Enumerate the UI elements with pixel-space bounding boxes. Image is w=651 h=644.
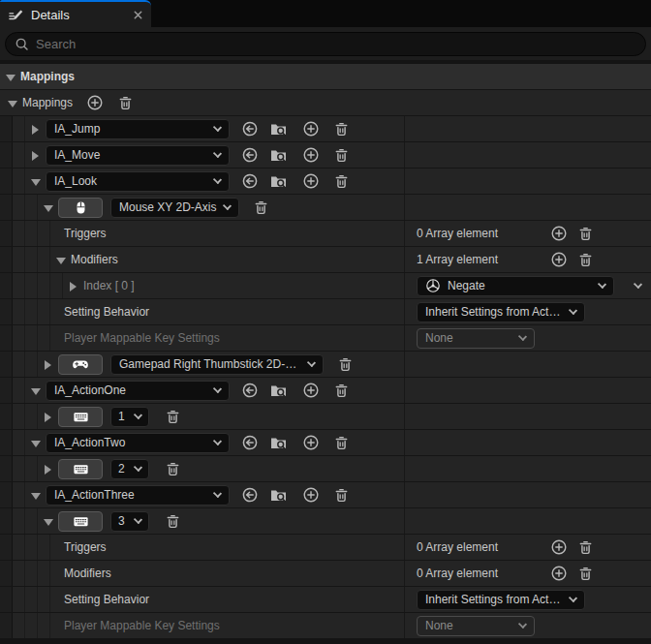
action-asset-dropdown[interactable]: IA_ActionThree [46,485,230,506]
chevron-down-icon [134,410,142,418]
dropdown-value: IA_ActionTwo [54,436,207,449]
chevron-down-icon[interactable] [31,491,40,500]
chevron-right-icon[interactable] [31,151,40,160]
chevron-down-icon[interactable] [56,256,65,264]
use-selected-asset-icon[interactable] [241,486,259,504]
action-asset-dropdown[interactable]: IA_ActionTwo [46,433,230,453]
action-asset-dropdown[interactable]: IA_Jump [46,119,230,139]
browse-to-asset-icon[interactable] [269,486,288,504]
use-selected-asset-icon[interactable] [241,172,259,190]
category-row-mappings[interactable]: Mappings [0,64,651,90]
keyboard-device-button[interactable] [58,407,103,427]
delete-icon[interactable] [337,356,354,373]
add-element-icon[interactable] [302,382,320,399]
close-icon[interactable] [133,10,143,20]
keyboard-device-button[interactable] [58,459,103,479]
player-mappable-key-settings-dropdown[interactable]: None [417,328,535,349]
delete-icon[interactable] [333,435,350,451]
value-column [404,378,651,403]
chevron-right-icon[interactable] [44,413,52,421]
delete-icon[interactable] [333,147,350,164]
setting-behavior-dropdown[interactable]: Inherit Settings from Action [417,590,585,610]
use-selected-asset-icon[interactable] [241,146,259,164]
mouse-device-button[interactable] [58,198,103,218]
add-element-icon[interactable] [302,434,320,451]
chevron-down-icon [213,122,222,131]
delete-icon[interactable] [333,121,350,138]
delete-icon[interactable] [165,409,181,425]
chevron-right-icon[interactable] [69,282,78,291]
keyboard-device-button[interactable] [58,511,103,532]
chevron-right-icon[interactable] [44,465,52,474]
action-asset-dropdown[interactable]: IA_Move [46,145,230,166]
value-column: None [404,613,651,638]
property-row-modifiers: Modifiers 0 Array element [0,561,651,587]
value-column [404,116,651,141]
chevron-right-icon[interactable] [44,360,52,369]
key-dropdown[interactable]: Mouse XY 2D-Axis [110,198,239,218]
browse-to-asset-icon[interactable] [269,120,288,138]
delete-icon[interactable] [577,566,594,582]
key-dropdown[interactable]: 3 [110,511,149,532]
delete-icon[interactable] [165,461,181,477]
chevron-down-icon[interactable] [31,386,40,395]
delete-all-icon[interactable] [117,95,134,111]
chevron-down-icon[interactable] [44,517,52,526]
browse-to-asset-icon[interactable] [269,434,288,451]
delete-icon[interactable] [165,513,181,530]
delete-icon[interactable] [333,487,350,504]
chevron-down-icon[interactable] [31,439,40,447]
delete-icon[interactable] [253,199,269,216]
chevron-down-icon[interactable] [31,177,40,186]
tab-title: Details [31,8,126,22]
key-row-keyboard-2: 2 [0,456,651,482]
tab-bar: Details [0,0,651,27]
use-selected-asset-icon[interactable] [241,382,259,399]
search-box[interactable] [5,32,646,56]
chevron-down-icon[interactable] [44,203,52,212]
dropdown-value: Gamepad Right Thumbstick 2D-Axis [119,357,301,371]
modifier-dropdown[interactable]: Negate [417,276,614,296]
chevron-right-icon[interactable] [31,125,40,134]
array-row-mappings[interactable]: Mappings [0,90,651,116]
panel-bottom [0,639,651,644]
key-dropdown[interactable]: 1 [110,407,149,427]
details-pencil-icon [8,7,24,23]
setting-behavior-dropdown[interactable]: Inherit Settings from Action [417,302,585,322]
browse-to-asset-icon[interactable] [269,172,288,190]
add-element-icon[interactable] [302,146,320,164]
add-element-icon[interactable] [302,486,320,504]
key-dropdown[interactable]: Gamepad Right Thumbstick 2D-Axis [110,354,324,375]
delete-icon[interactable] [333,173,350,190]
use-selected-asset-icon[interactable] [241,434,259,451]
delete-icon[interactable] [333,383,350,399]
use-selected-asset-icon[interactable] [241,120,259,138]
key-dropdown[interactable]: 2 [110,459,149,479]
action-asset-dropdown[interactable]: IA_ActionOne [46,381,230,401]
chevron-down-icon [518,619,527,628]
gamepad-device-button[interactable] [58,354,103,375]
chevron-down-icon[interactable] [8,99,16,107]
add-element-icon[interactable] [550,565,568,582]
add-element-icon[interactable] [550,225,568,242]
delete-icon[interactable] [577,252,594,268]
delete-icon[interactable] [577,226,594,242]
tab-details[interactable]: Details [0,0,151,27]
chevron-down-icon [213,436,222,445]
add-element-icon[interactable] [302,172,320,190]
add-element-icon[interactable] [550,251,568,268]
action-asset-dropdown[interactable]: IA_Look [46,171,230,192]
add-element-icon[interactable] [550,538,568,556]
browse-to-asset-icon[interactable] [269,146,288,164]
property-row-triggers: Triggers 0 Array element [0,221,651,247]
delete-icon[interactable] [577,539,594,556]
search-input[interactable] [36,37,636,51]
add-element-icon[interactable] [86,94,104,111]
value-column [404,404,651,429]
chevron-down-icon[interactable] [6,73,15,81]
player-mappable-key-settings-dropdown[interactable]: None [417,616,535,636]
add-element-icon[interactable] [302,120,320,138]
expand-row-chevron-icon[interactable] [634,279,642,288]
browse-to-asset-icon[interactable] [269,382,288,399]
value-column: Inherit Settings from Action [404,299,651,324]
